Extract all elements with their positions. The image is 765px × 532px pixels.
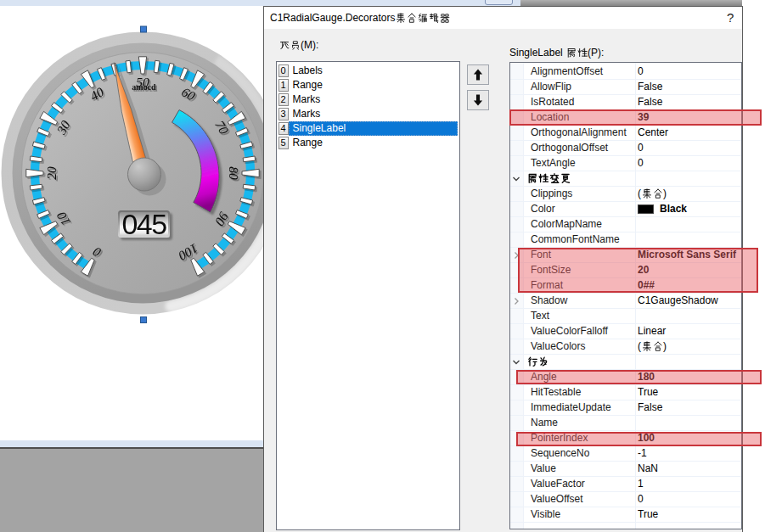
- svg-text:amocd: amocd: [132, 82, 156, 92]
- svg-text:20: 20: [44, 166, 59, 180]
- svg-text:80: 80: [227, 166, 241, 180]
- svg-text:045: 045: [121, 208, 166, 240]
